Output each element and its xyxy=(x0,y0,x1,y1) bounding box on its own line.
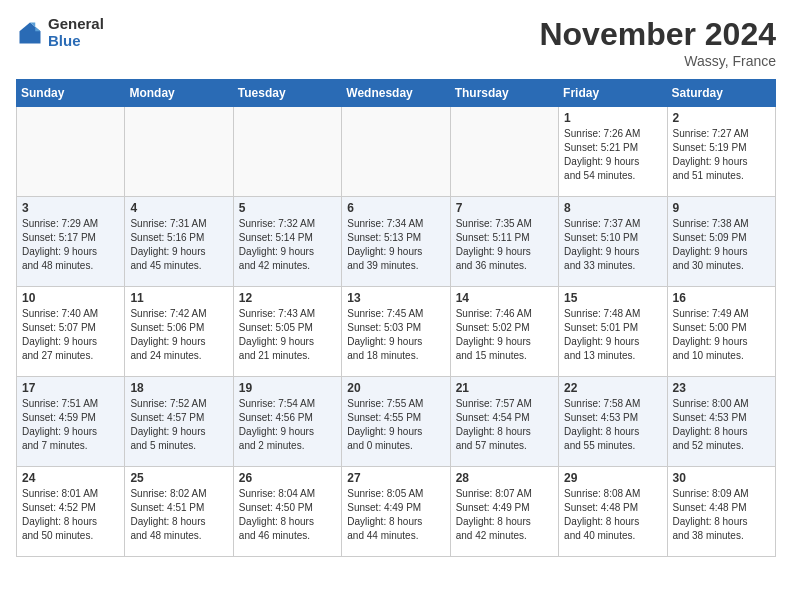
calendar-cell: 19Sunrise: 7:54 AM Sunset: 4:56 PM Dayli… xyxy=(233,377,341,467)
calendar-row: 3Sunrise: 7:29 AM Sunset: 5:17 PM Daylig… xyxy=(17,197,776,287)
logo-blue-text: Blue xyxy=(48,33,104,50)
calendar-cell: 9Sunrise: 7:38 AM Sunset: 5:09 PM Daylig… xyxy=(667,197,775,287)
calendar-cell: 29Sunrise: 8:08 AM Sunset: 4:48 PM Dayli… xyxy=(559,467,667,557)
day-info: Sunrise: 7:37 AM Sunset: 5:10 PM Dayligh… xyxy=(564,217,661,273)
calendar-cell: 30Sunrise: 8:09 AM Sunset: 4:48 PM Dayli… xyxy=(667,467,775,557)
calendar-cell: 8Sunrise: 7:37 AM Sunset: 5:10 PM Daylig… xyxy=(559,197,667,287)
col-header-thursday: Thursday xyxy=(450,80,558,107)
day-info: Sunrise: 8:04 AM Sunset: 4:50 PM Dayligh… xyxy=(239,487,336,543)
day-info: Sunrise: 7:27 AM Sunset: 5:19 PM Dayligh… xyxy=(673,127,770,183)
day-number: 15 xyxy=(564,291,661,305)
calendar-cell: 10Sunrise: 7:40 AM Sunset: 5:07 PM Dayli… xyxy=(17,287,125,377)
day-number: 21 xyxy=(456,381,553,395)
day-info: Sunrise: 7:54 AM Sunset: 4:56 PM Dayligh… xyxy=(239,397,336,453)
day-info: Sunrise: 7:51 AM Sunset: 4:59 PM Dayligh… xyxy=(22,397,119,453)
day-info: Sunrise: 7:48 AM Sunset: 5:01 PM Dayligh… xyxy=(564,307,661,363)
calendar-cell xyxy=(342,107,450,197)
logo-general-text: General xyxy=(48,16,104,33)
day-number: 3 xyxy=(22,201,119,215)
col-header-friday: Friday xyxy=(559,80,667,107)
title-block: November 2024 Wassy, France xyxy=(539,16,776,69)
day-number: 22 xyxy=(564,381,661,395)
day-info: Sunrise: 7:49 AM Sunset: 5:00 PM Dayligh… xyxy=(673,307,770,363)
calendar-row: 10Sunrise: 7:40 AM Sunset: 5:07 PM Dayli… xyxy=(17,287,776,377)
day-info: Sunrise: 8:05 AM Sunset: 4:49 PM Dayligh… xyxy=(347,487,444,543)
calendar-cell: 24Sunrise: 8:01 AM Sunset: 4:52 PM Dayli… xyxy=(17,467,125,557)
day-info: Sunrise: 8:08 AM Sunset: 4:48 PM Dayligh… xyxy=(564,487,661,543)
calendar-cell: 20Sunrise: 7:55 AM Sunset: 4:55 PM Dayli… xyxy=(342,377,450,467)
day-number: 29 xyxy=(564,471,661,485)
day-number: 5 xyxy=(239,201,336,215)
svg-marker-0 xyxy=(20,22,41,43)
calendar-cell: 6Sunrise: 7:34 AM Sunset: 5:13 PM Daylig… xyxy=(342,197,450,287)
page-header: General Blue November 2024 Wassy, France xyxy=(16,16,776,69)
day-number: 8 xyxy=(564,201,661,215)
day-number: 1 xyxy=(564,111,661,125)
day-info: Sunrise: 8:00 AM Sunset: 4:53 PM Dayligh… xyxy=(673,397,770,453)
col-header-sunday: Sunday xyxy=(17,80,125,107)
calendar-row: 24Sunrise: 8:01 AM Sunset: 4:52 PM Dayli… xyxy=(17,467,776,557)
header-row: SundayMondayTuesdayWednesdayThursdayFrid… xyxy=(17,80,776,107)
calendar-cell: 16Sunrise: 7:49 AM Sunset: 5:00 PM Dayli… xyxy=(667,287,775,377)
calendar-cell: 3Sunrise: 7:29 AM Sunset: 5:17 PM Daylig… xyxy=(17,197,125,287)
calendar-cell: 2Sunrise: 7:27 AM Sunset: 5:19 PM Daylig… xyxy=(667,107,775,197)
day-info: Sunrise: 7:55 AM Sunset: 4:55 PM Dayligh… xyxy=(347,397,444,453)
calendar-cell: 28Sunrise: 8:07 AM Sunset: 4:49 PM Dayli… xyxy=(450,467,558,557)
calendar-cell: 23Sunrise: 8:00 AM Sunset: 4:53 PM Dayli… xyxy=(667,377,775,467)
col-header-wednesday: Wednesday xyxy=(342,80,450,107)
day-info: Sunrise: 7:35 AM Sunset: 5:11 PM Dayligh… xyxy=(456,217,553,273)
calendar-table: SundayMondayTuesdayWednesdayThursdayFrid… xyxy=(16,79,776,557)
day-info: Sunrise: 7:40 AM Sunset: 5:07 PM Dayligh… xyxy=(22,307,119,363)
day-number: 19 xyxy=(239,381,336,395)
calendar-cell xyxy=(17,107,125,197)
day-number: 12 xyxy=(239,291,336,305)
calendar-cell: 15Sunrise: 7:48 AM Sunset: 5:01 PM Dayli… xyxy=(559,287,667,377)
day-number: 2 xyxy=(673,111,770,125)
day-number: 6 xyxy=(347,201,444,215)
day-info: Sunrise: 8:07 AM Sunset: 4:49 PM Dayligh… xyxy=(456,487,553,543)
day-number: 14 xyxy=(456,291,553,305)
calendar-cell: 12Sunrise: 7:43 AM Sunset: 5:05 PM Dayli… xyxy=(233,287,341,377)
day-number: 27 xyxy=(347,471,444,485)
day-number: 13 xyxy=(347,291,444,305)
day-info: Sunrise: 8:02 AM Sunset: 4:51 PM Dayligh… xyxy=(130,487,227,543)
calendar-cell: 22Sunrise: 7:58 AM Sunset: 4:53 PM Dayli… xyxy=(559,377,667,467)
calendar-cell xyxy=(125,107,233,197)
day-info: Sunrise: 7:38 AM Sunset: 5:09 PM Dayligh… xyxy=(673,217,770,273)
calendar-cell: 26Sunrise: 8:04 AM Sunset: 4:50 PM Dayli… xyxy=(233,467,341,557)
day-number: 24 xyxy=(22,471,119,485)
calendar-cell: 5Sunrise: 7:32 AM Sunset: 5:14 PM Daylig… xyxy=(233,197,341,287)
calendar-cell: 4Sunrise: 7:31 AM Sunset: 5:16 PM Daylig… xyxy=(125,197,233,287)
day-info: Sunrise: 7:58 AM Sunset: 4:53 PM Dayligh… xyxy=(564,397,661,453)
calendar-row: 1Sunrise: 7:26 AM Sunset: 5:21 PM Daylig… xyxy=(17,107,776,197)
calendar-cell: 17Sunrise: 7:51 AM Sunset: 4:59 PM Dayli… xyxy=(17,377,125,467)
day-info: Sunrise: 7:31 AM Sunset: 5:16 PM Dayligh… xyxy=(130,217,227,273)
day-info: Sunrise: 7:26 AM Sunset: 5:21 PM Dayligh… xyxy=(564,127,661,183)
day-number: 7 xyxy=(456,201,553,215)
calendar-cell xyxy=(450,107,558,197)
day-number: 11 xyxy=(130,291,227,305)
day-number: 28 xyxy=(456,471,553,485)
calendar-cell: 1Sunrise: 7:26 AM Sunset: 5:21 PM Daylig… xyxy=(559,107,667,197)
calendar-cell: 18Sunrise: 7:52 AM Sunset: 4:57 PM Dayli… xyxy=(125,377,233,467)
day-info: Sunrise: 7:29 AM Sunset: 5:17 PM Dayligh… xyxy=(22,217,119,273)
day-info: Sunrise: 7:34 AM Sunset: 5:13 PM Dayligh… xyxy=(347,217,444,273)
day-number: 23 xyxy=(673,381,770,395)
col-header-monday: Monday xyxy=(125,80,233,107)
calendar-cell: 27Sunrise: 8:05 AM Sunset: 4:49 PM Dayli… xyxy=(342,467,450,557)
day-info: Sunrise: 7:45 AM Sunset: 5:03 PM Dayligh… xyxy=(347,307,444,363)
day-number: 25 xyxy=(130,471,227,485)
day-info: Sunrise: 8:01 AM Sunset: 4:52 PM Dayligh… xyxy=(22,487,119,543)
calendar-title: November 2024 xyxy=(539,16,776,53)
day-number: 16 xyxy=(673,291,770,305)
col-header-saturday: Saturday xyxy=(667,80,775,107)
calendar-row: 17Sunrise: 7:51 AM Sunset: 4:59 PM Dayli… xyxy=(17,377,776,467)
calendar-cell: 14Sunrise: 7:46 AM Sunset: 5:02 PM Dayli… xyxy=(450,287,558,377)
logo: General Blue xyxy=(16,16,104,49)
day-number: 9 xyxy=(673,201,770,215)
day-number: 17 xyxy=(22,381,119,395)
day-info: Sunrise: 7:57 AM Sunset: 4:54 PM Dayligh… xyxy=(456,397,553,453)
calendar-location: Wassy, France xyxy=(539,53,776,69)
day-info: Sunrise: 7:52 AM Sunset: 4:57 PM Dayligh… xyxy=(130,397,227,453)
day-info: Sunrise: 7:43 AM Sunset: 5:05 PM Dayligh… xyxy=(239,307,336,363)
